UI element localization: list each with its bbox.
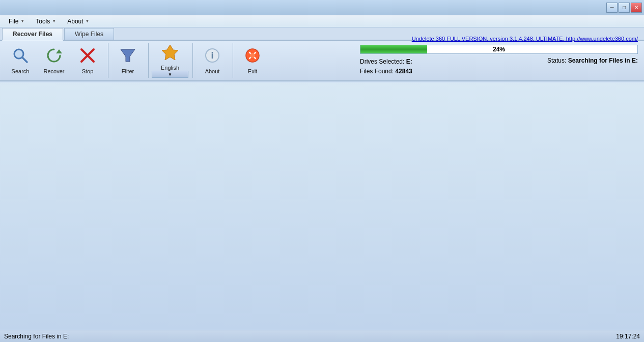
svg-marker-5: [121, 49, 135, 62]
files-found-value: 42843: [395, 68, 412, 75]
search-label: Search: [12, 68, 30, 74]
minimize-button[interactable]: ─: [606, 3, 618, 13]
title-bar: ─ □ ✕: [0, 0, 644, 15]
stop-button[interactable]: Stop: [71, 43, 104, 78]
file-menu[interactable]: File ▼: [4, 16, 29, 26]
about-button[interactable]: i About: [196, 43, 229, 78]
english-label: English: [161, 65, 179, 71]
svg-line-1: [22, 58, 27, 62]
file-menu-label: File: [9, 18, 18, 25]
toolbar-group-about: i About: [196, 43, 233, 78]
toolbar-group-exit: Exit: [236, 43, 273, 78]
toolbar-group-main: Search Recover Stop: [4, 43, 108, 78]
exit-icon: [244, 47, 261, 66]
toolbar-group-language: English ▼: [152, 43, 193, 78]
filter-button[interactable]: Filter: [111, 43, 144, 78]
statusbar-left: Searching for Files in E:: [4, 333, 69, 340]
stop-label: Stop: [82, 68, 94, 74]
version-link[interactable]: Undelete 360 FULL VERSION, version 3.1.4…: [360, 36, 638, 42]
progress-container: 24%: [360, 45, 638, 54]
about-label: About: [205, 68, 220, 74]
recover-icon: [46, 47, 62, 66]
about-icon: i: [204, 47, 220, 66]
svg-point-10: [250, 53, 255, 58]
statusbar-right: 19:17:24: [616, 333, 640, 340]
file-menu-arrow: ▼: [20, 19, 24, 23]
drives-selected-row: Drives Selected: E:: [360, 57, 412, 67]
english-button-group: English ▼: [152, 43, 188, 78]
tab-recover-files[interactable]: Recover Files: [2, 28, 63, 41]
about-menu-arrow: ▼: [86, 19, 90, 23]
about-menu-label: About: [67, 18, 83, 25]
status-label: Status:: [547, 57, 566, 64]
drives-info: Drives Selected: E: Files Found: 42843: [360, 57, 412, 76]
exit-button[interactable]: Exit: [236, 43, 269, 78]
filter-icon: [120, 47, 136, 66]
tools-menu[interactable]: Tools ▼: [31, 16, 61, 26]
tools-menu-label: Tools: [36, 18, 50, 25]
files-found-label: Files Found:: [360, 68, 394, 75]
search-button[interactable]: Search: [4, 43, 37, 78]
status-bar: Searching for Files in E: 19:17:24: [0, 330, 644, 342]
main-content-area: [0, 82, 644, 330]
svg-text:i: i: [211, 50, 213, 61]
maximize-button[interactable]: □: [619, 3, 630, 13]
tab-wipe-files[interactable]: Wipe Files: [64, 28, 114, 40]
info-panel: Undelete 360 FULL VERSION, version 3.1.4…: [354, 32, 644, 80]
english-icon: [162, 44, 178, 63]
status-text: Status: Searching for Files in E:: [547, 57, 638, 64]
tools-menu-arrow: ▼: [52, 19, 56, 23]
svg-marker-2: [56, 49, 62, 53]
filter-label: Filter: [122, 68, 134, 74]
status-value: Searching for Files in E:: [568, 57, 638, 64]
drives-selected-value: E:: [406, 58, 412, 65]
about-menu[interactable]: About ▼: [63, 16, 94, 26]
title-bar-controls: ─ □ ✕: [606, 3, 642, 13]
files-found-row: Files Found: 42843: [360, 67, 412, 76]
recover-label: Recover: [44, 68, 65, 74]
stop-icon: [79, 47, 96, 66]
status-row: Drives Selected: E: Files Found: 42843 S…: [360, 57, 638, 76]
progress-bar: [360, 45, 427, 53]
drives-selected-label: Drives Selected:: [360, 58, 404, 65]
close-button[interactable]: ✕: [631, 3, 642, 13]
english-dropdown-button[interactable]: ▼: [152, 71, 188, 78]
recover-button[interactable]: Recover: [38, 43, 70, 78]
english-button[interactable]: English: [152, 43, 188, 71]
toolbar-group-filter: Filter: [111, 43, 149, 78]
progress-text: 24%: [493, 46, 505, 53]
svg-marker-6: [162, 45, 178, 60]
exit-label: Exit: [248, 68, 257, 74]
search-icon: [12, 47, 29, 66]
menu-bar: File ▼ Tools ▼ About ▼: [0, 15, 644, 27]
